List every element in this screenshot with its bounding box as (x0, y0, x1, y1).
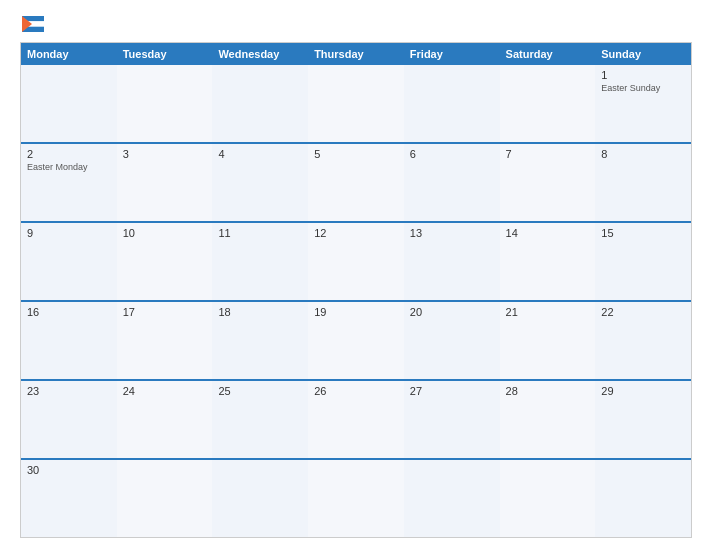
cal-cell (212, 460, 308, 537)
day-number: 3 (123, 148, 207, 160)
cal-cell: 12 (308, 223, 404, 300)
day-number: 11 (218, 227, 302, 239)
day-number: 9 (27, 227, 111, 239)
day-number: 10 (123, 227, 207, 239)
cal-cell (500, 65, 596, 142)
day-number: 13 (410, 227, 494, 239)
cal-cell (308, 460, 404, 537)
cal-cell: 4 (212, 144, 308, 221)
cal-cell (404, 65, 500, 142)
cal-cell: 5 (308, 144, 404, 221)
cal-cell (404, 460, 500, 537)
cal-cell: 20 (404, 302, 500, 379)
cal-cell: 27 (404, 381, 500, 458)
day-number: 8 (601, 148, 685, 160)
day-number: 1 (601, 69, 685, 81)
cal-cell: 16 (21, 302, 117, 379)
cal-cell: 15 (595, 223, 691, 300)
calendar-body: 1Easter Sunday2Easter Monday345678910111… (21, 65, 691, 537)
holiday-label: Easter Sunday (601, 83, 685, 93)
day-number: 19 (314, 306, 398, 318)
cal-cell (500, 460, 596, 537)
header-day-friday: Friday (404, 43, 500, 65)
calendar-header: MondayTuesdayWednesdayThursdayFridaySatu… (21, 43, 691, 65)
cal-cell: 29 (595, 381, 691, 458)
day-number: 28 (506, 385, 590, 397)
cal-cell: 13 (404, 223, 500, 300)
page-header (20, 16, 692, 32)
cal-cell: 8 (595, 144, 691, 221)
cal-cell: 25 (212, 381, 308, 458)
header-day-monday: Monday (21, 43, 117, 65)
cal-cell (117, 460, 213, 537)
day-number: 29 (601, 385, 685, 397)
day-number: 22 (601, 306, 685, 318)
day-number: 6 (410, 148, 494, 160)
cal-cell (595, 460, 691, 537)
cal-cell: 11 (212, 223, 308, 300)
day-number: 2 (27, 148, 111, 160)
day-number: 23 (27, 385, 111, 397)
cal-cell (117, 65, 213, 142)
calendar-week-5: 23242526272829 (21, 379, 691, 458)
cal-cell: 14 (500, 223, 596, 300)
cal-cell: 1Easter Sunday (595, 65, 691, 142)
calendar-week-3: 9101112131415 (21, 221, 691, 300)
cal-cell: 10 (117, 223, 213, 300)
cal-cell: 23 (21, 381, 117, 458)
day-number: 27 (410, 385, 494, 397)
calendar-week-1: 1Easter Sunday (21, 65, 691, 142)
cal-cell (21, 65, 117, 142)
day-number: 25 (218, 385, 302, 397)
holiday-label: Easter Monday (27, 162, 111, 172)
header-day-thursday: Thursday (308, 43, 404, 65)
day-number: 15 (601, 227, 685, 239)
cal-cell: 28 (500, 381, 596, 458)
day-number: 7 (506, 148, 590, 160)
cal-cell: 19 (308, 302, 404, 379)
cal-cell: 21 (500, 302, 596, 379)
cal-cell: 18 (212, 302, 308, 379)
cal-cell: 24 (117, 381, 213, 458)
cal-cell: 9 (21, 223, 117, 300)
cal-cell: 2Easter Monday (21, 144, 117, 221)
header-day-tuesday: Tuesday (117, 43, 213, 65)
day-number: 16 (27, 306, 111, 318)
day-number: 14 (506, 227, 590, 239)
day-number: 12 (314, 227, 398, 239)
cal-cell (212, 65, 308, 142)
header-day-sunday: Sunday (595, 43, 691, 65)
cal-cell: 3 (117, 144, 213, 221)
day-number: 26 (314, 385, 398, 397)
day-number: 17 (123, 306, 207, 318)
day-number: 18 (218, 306, 302, 318)
header-day-wednesday: Wednesday (212, 43, 308, 65)
day-number: 21 (506, 306, 590, 318)
calendar: MondayTuesdayWednesdayThursdayFridaySatu… (20, 42, 692, 538)
day-number: 30 (27, 464, 111, 476)
cal-cell: 22 (595, 302, 691, 379)
cal-cell (308, 65, 404, 142)
cal-cell: 6 (404, 144, 500, 221)
day-number: 20 (410, 306, 494, 318)
header-day-saturday: Saturday (500, 43, 596, 65)
cal-cell: 7 (500, 144, 596, 221)
calendar-week-6: 30 (21, 458, 691, 537)
day-number: 4 (218, 148, 302, 160)
cal-cell: 17 (117, 302, 213, 379)
calendar-week-2: 2Easter Monday345678 (21, 142, 691, 221)
logo (20, 16, 44, 32)
flag-icon (22, 16, 44, 32)
day-number: 5 (314, 148, 398, 160)
day-number: 24 (123, 385, 207, 397)
calendar-week-4: 16171819202122 (21, 300, 691, 379)
cal-cell: 30 (21, 460, 117, 537)
cal-cell: 26 (308, 381, 404, 458)
